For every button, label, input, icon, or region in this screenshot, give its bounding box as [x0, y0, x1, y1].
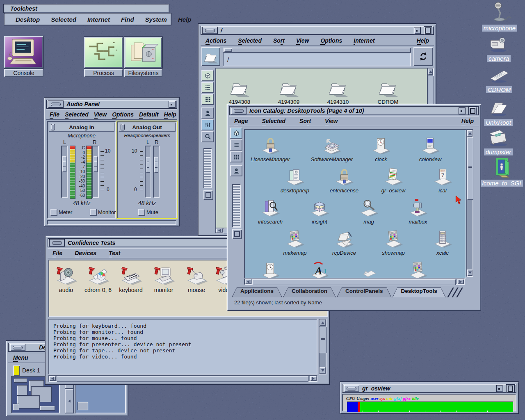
find-button[interactable]	[201, 131, 214, 142]
analog-out-header[interactable]: Analog Out	[119, 123, 176, 132]
desktop-icon-dumpster[interactable]: dumpster	[482, 126, 515, 156]
log-vscrollbar[interactable]	[319, 319, 326, 374]
folder-up-button[interactable]	[201, 47, 220, 66]
menu-selected[interactable]: Selected	[51, 16, 76, 23]
menu-page[interactable]: Page	[234, 118, 248, 124]
menu-sort[interactable]: Sort	[273, 37, 285, 44]
view-list-button[interactable]	[230, 139, 242, 151]
menu-devices[interactable]: Devices	[75, 250, 96, 256]
tab-controlpanels[interactable]: ControlPanels	[337, 288, 392, 297]
desktop-icon-welcome-to-sgi[interactable]: lcome_to_SGI	[479, 157, 524, 187]
menu-selected[interactable]: Selected	[238, 37, 262, 44]
catalog-icon-softwaremanager[interactable]: SoftwareManager	[309, 135, 354, 162]
catalog-vscrollbar[interactable]	[466, 129, 473, 277]
menu-sort[interactable]: Sort	[299, 118, 311, 124]
launcher-console[interactable]: Console	[4, 36, 43, 77]
tab-applications[interactable]: Applications	[232, 288, 282, 297]
menu-options[interactable]: Options	[112, 111, 134, 118]
slider-thumb[interactable]	[62, 156, 66, 172]
folder-4194309[interactable]: 4194309	[270, 78, 307, 105]
folder-4194308[interactable]: 4194308	[221, 78, 258, 105]
toolchest-titlebar[interactable]: Toolchest	[3, 4, 169, 13]
minimize-button[interactable]	[414, 27, 421, 34]
meter-checkbox[interactable]	[50, 209, 57, 216]
menu-find[interactable]: Find	[121, 16, 134, 23]
window-menu-button[interactable]	[48, 100, 64, 108]
scroll-left-button[interactable]	[216, 228, 223, 233]
refresh-button[interactable]	[413, 47, 433, 66]
minimize-button[interactable]	[169, 101, 176, 108]
catalog-icon-partial-1[interactable]	[248, 260, 293, 278]
desktop-icon-unixroot[interactable]: UnixRoot	[482, 98, 515, 126]
panel-lozenge[interactable]	[121, 124, 125, 130]
desktop-icon-microphone[interactable]: microphone	[479, 2, 520, 32]
launcher-filesystems[interactable]: Filesystems	[124, 37, 162, 77]
folder-4194310[interactable]: 4194310	[320, 78, 356, 105]
desktop-icon-cdrom[interactable]: CDROM	[483, 66, 515, 94]
people-button[interactable]	[230, 165, 242, 176]
catalog-icon-licensemanager[interactable]: LicenseManager	[248, 135, 293, 162]
maximize-button[interactable]	[468, 107, 477, 115]
filemanager-titlebar[interactable]: /	[201, 26, 434, 35]
catalog-titlebar[interactable]: Icon Catalog: DesktopTools (Page 4 of 10…	[229, 106, 479, 115]
window-menu-button[interactable]	[10, 344, 25, 351]
view-shelf-button[interactable]	[201, 70, 214, 81]
catalog-icon-partial-4[interactable]	[395, 260, 441, 278]
menu-selected[interactable]: Selected	[65, 111, 89, 118]
minimize-button[interactable]	[496, 385, 503, 392]
scroll-thumb[interactable]	[320, 327, 326, 353]
menu-view[interactable]: View	[325, 118, 338, 124]
maximize-button[interactable]	[506, 384, 515, 393]
scroll-home-button[interactable]	[232, 229, 242, 239]
input-gain-slider-right[interactable]	[92, 146, 99, 198]
scroll-left-button[interactable]	[245, 279, 251, 284]
menu-test[interactable]: Test	[109, 250, 120, 256]
desk1-indicator[interactable]	[13, 365, 20, 376]
desk2-preview[interactable]	[75, 381, 126, 413]
menu-internet[interactable]: Internet	[354, 37, 374, 44]
catalog-icon-infosearch[interactable]: infosearch	[248, 198, 293, 225]
menu-desktop[interactable]: Desktop	[16, 16, 40, 23]
view-list-button[interactable]	[201, 82, 214, 93]
minimize-button[interactable]	[459, 107, 466, 114]
catalog-icon-showmap[interactable]: showmap	[371, 229, 416, 256]
scroll-up-button[interactable]	[467, 130, 472, 137]
catalog-icon-area[interactable]: LicenseManager SoftwareManager clock col…	[244, 129, 466, 278]
monitor-checkbox[interactable]	[90, 209, 97, 216]
people-button[interactable]	[201, 107, 214, 119]
catalog-icon-xcalc[interactable]: xcalc	[420, 229, 465, 256]
view-grid-button[interactable]	[230, 151, 242, 162]
scroll-home-button[interactable]	[203, 190, 213, 200]
input-gain-slider-left[interactable]	[61, 146, 68, 198]
catalog-icon-rcpdevice[interactable]: rcpDevice	[322, 229, 367, 256]
menu-internet[interactable]: Internet	[87, 16, 110, 23]
catalog-icon-makemap[interactable]: makemap	[272, 229, 317, 256]
maximize-button[interactable]	[424, 26, 432, 35]
window-menu-button[interactable]	[202, 27, 218, 34]
view-grid-button[interactable]	[201, 94, 214, 105]
menu-file[interactable]: File	[52, 250, 62, 256]
window-menu-button[interactable]	[231, 107, 247, 114]
slider-thumb[interactable]	[154, 157, 158, 173]
menu-view[interactable]: View	[94, 111, 107, 118]
scroll-right-button[interactable]	[310, 376, 317, 381]
menu-help[interactable]: Help	[178, 16, 192, 23]
menu-menu[interactable]: Menu	[13, 354, 28, 361]
tab-collaboration[interactable]: Collaboration	[283, 288, 336, 297]
analog-in-header[interactable]: Analog In	[49, 123, 114, 132]
menu-help[interactable]: Help	[164, 111, 176, 118]
slider-thumb[interactable]	[94, 156, 98, 172]
scroll-thumbwheel[interactable]	[232, 184, 241, 228]
scroll-down-button[interactable]	[320, 367, 326, 374]
menu-file[interactable]: File	[50, 111, 59, 118]
log-hscrollbar[interactable]	[48, 375, 317, 382]
catalog-icon-ical[interactable]: ical	[420, 167, 465, 194]
catalog-icon-gr-osview[interactable]: gr_osview	[371, 167, 416, 194]
catalog-icon-enterlicense[interactable]: enterlicense	[322, 167, 367, 194]
slider-thumb[interactable]	[146, 157, 150, 173]
launcher-process[interactable]: Process	[84, 37, 123, 77]
menu-help[interactable]: Help	[461, 118, 474, 124]
desks-divider[interactable]	[65, 389, 74, 413]
log-textarea[interactable]: Probing for keyboard... found Probing fo…	[48, 319, 317, 374]
menu-view[interactable]: View	[296, 37, 309, 44]
